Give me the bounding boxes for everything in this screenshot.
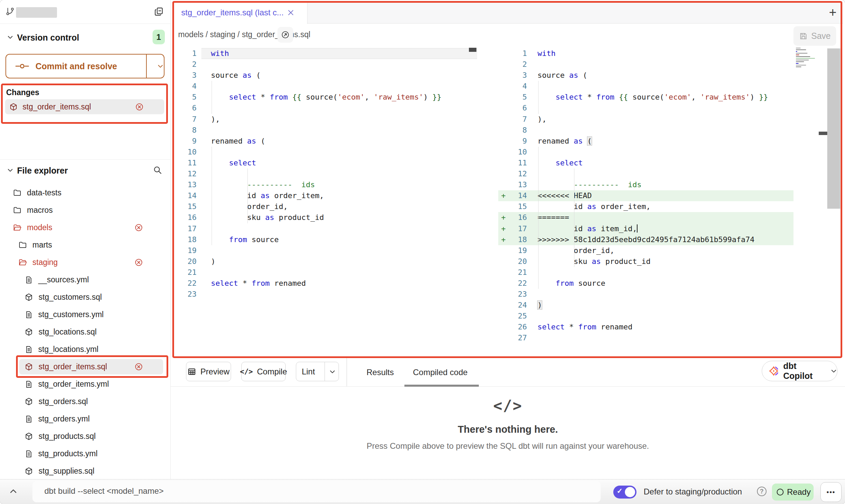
- file-row-stg-supplies-sql[interactable]: stg_supplies.sql: [0, 462, 171, 480]
- code-line-14[interactable]: 14 id as order_item,: [174, 190, 477, 201]
- file-row-stg-order-items-sql[interactable]: stg_order_items.sql: [0, 358, 171, 375]
- file-row-marts[interactable]: marts: [0, 236, 171, 254]
- commit-dropdown-caret[interactable]: [151, 55, 170, 78]
- code-line-16[interactable]: +16=======: [498, 212, 793, 223]
- code-line-16[interactable]: 16 sku as product_id: [174, 212, 477, 223]
- code-line-10[interactable]: 10: [174, 147, 477, 158]
- new-tab-button[interactable]: +: [825, 5, 840, 20]
- code-line-25[interactable]: 25: [498, 311, 793, 322]
- code-line-15[interactable]: 15 order_id,: [174, 201, 477, 212]
- code-line-9[interactable]: 9renamed as (: [174, 136, 477, 147]
- code-line-17[interactable]: +17 id as item_id,: [498, 223, 793, 234]
- tab-results[interactable]: Results: [367, 358, 394, 387]
- file-row-stg-products-yml[interactable]: stg_products.yml: [0, 445, 171, 462]
- code-line-14[interactable]: +14<<<<<<< HEAD: [498, 190, 793, 201]
- code-line-12[interactable]: 12: [498, 168, 793, 179]
- code-line-7[interactable]: 7),: [174, 114, 477, 125]
- status-badge[interactable]: Ready: [772, 484, 814, 501]
- code-line-8[interactable]: 8: [498, 125, 793, 136]
- left-scrollbar-thumb[interactable]: [469, 48, 476, 52]
- code-line-6[interactable]: 6: [498, 103, 793, 114]
- code-line-19[interactable]: 19 order_id,: [498, 245, 793, 256]
- code-line-21[interactable]: 21: [174, 267, 477, 278]
- code-line-9[interactable]: 9renamed as (: [498, 136, 793, 147]
- file-row-stg-locations-yml[interactable]: stg_locations.yml: [0, 341, 171, 358]
- file-row-stg-order-items-yml[interactable]: stg_order_items.yml: [0, 375, 171, 393]
- code-line-12[interactable]: 12: [174, 168, 477, 179]
- code-line-2[interactable]: 2: [498, 59, 793, 70]
- discard-changes-icon[interactable]: [134, 223, 143, 232]
- chevron-down-icon[interactable]: [7, 34, 14, 41]
- code-line-22[interactable]: 22select * from renamed: [174, 278, 477, 289]
- copy-icon[interactable]: [154, 6, 164, 17]
- code-line-1[interactable]: 1with: [174, 48, 477, 59]
- code-line-3[interactable]: 3source as (: [498, 70, 793, 81]
- revert-change-icon[interactable]: [135, 103, 144, 111]
- compile-button[interactable]: </> Compile: [241, 362, 286, 381]
- code-line-23[interactable]: 23: [174, 289, 477, 300]
- code-line-11[interactable]: 11 select: [174, 158, 477, 168]
- code-line-2[interactable]: 2: [174, 59, 477, 70]
- file-row-stg-customers-sql[interactable]: stg_customers.sql: [0, 288, 171, 306]
- code-line-1[interactable]: 1with: [498, 48, 793, 59]
- code-line-5[interactable]: 5 select * from {{ source('ecom', 'raw_i…: [498, 92, 793, 103]
- code-line-21[interactable]: 21: [498, 267, 793, 278]
- editor-pane-modified[interactable]: 1with23source as (45 select * from {{ so…: [498, 48, 793, 344]
- code-line-17[interactable]: 17: [174, 223, 477, 234]
- file-row-staging[interactable]: staging: [0, 254, 171, 271]
- code-line-10[interactable]: 10: [498, 147, 793, 158]
- code-line-23[interactable]: 23: [498, 289, 793, 300]
- minimap[interactable]: [796, 48, 820, 68]
- code-line-4[interactable]: 4: [498, 81, 793, 92]
- file-row-models[interactable]: models: [0, 219, 171, 236]
- file-row--sources-yml[interactable]: __sources.yml: [0, 271, 171, 288]
- right-scrollbar-thumb[interactable]: [819, 132, 827, 135]
- file-row-macros[interactable]: macros: [0, 202, 171, 219]
- chevron-down-icon[interactable]: [7, 167, 14, 174]
- code-line-18[interactable]: +18>>>>>>> 58c1dd23d5eebd9cd2495fa7124ab…: [498, 234, 793, 245]
- code-line-22[interactable]: 22 from source: [498, 278, 793, 289]
- code-line-13[interactable]: 13 ---------- ids: [174, 179, 477, 190]
- code-line-20[interactable]: 20): [174, 256, 477, 267]
- save-button[interactable]: Save: [793, 26, 836, 46]
- code-line-5[interactable]: 5 select * from {{ source('ecom', 'raw_i…: [174, 92, 477, 103]
- file-explorer-header[interactable]: File explorer: [17, 166, 68, 176]
- chevron-up-icon[interactable]: [9, 487, 18, 496]
- branch-name-placeholder[interactable]: [16, 7, 57, 18]
- code-line-13[interactable]: 13 ---------- ids: [498, 179, 793, 190]
- code-line-4[interactable]: 4: [174, 81, 477, 92]
- changed-file-row[interactable]: stg_order_items.sql: [5, 99, 164, 114]
- help-icon[interactable]: ?: [757, 487, 767, 496]
- code-line-24[interactable]: 24): [498, 300, 793, 311]
- code-line-6[interactable]: 6: [174, 103, 477, 114]
- lint-button[interactable]: Lint: [296, 362, 339, 381]
- tab-stg-order-items[interactable]: stg_order_items.sql (last c...: [174, 1, 307, 24]
- file-row-stg-customers-yml[interactable]: stg_customers.yml: [0, 306, 171, 323]
- lint-dropdown-caret[interactable]: [325, 362, 340, 381]
- right-scrollbar-track[interactable]: [827, 48, 840, 209]
- code-line-11[interactable]: 11 select: [498, 158, 793, 168]
- discard-changes-icon[interactable]: [134, 362, 143, 371]
- code-line-18[interactable]: 18 from source: [174, 234, 477, 245]
- file-row-stg-orders-sql[interactable]: stg_orders.sql: [0, 393, 171, 410]
- commit-and-resolve-button[interactable]: Commit and resolve: [5, 54, 164, 78]
- code-line-8[interactable]: 8: [174, 125, 477, 136]
- close-icon[interactable]: [287, 9, 295, 16]
- file-row-stg-products-sql[interactable]: stg_products.sql: [0, 428, 171, 445]
- file-row-stg-locations-sql[interactable]: stg_locations.sql: [0, 323, 171, 341]
- code-line-7[interactable]: 7),: [498, 114, 793, 125]
- editor-pane-original[interactable]: 1with23source as (45 select * from {{ so…: [174, 48, 477, 300]
- discard-changes-icon[interactable]: [134, 258, 143, 267]
- code-line-15[interactable]: 15 id as order_item,: [498, 201, 793, 212]
- lineage-button[interactable]: [277, 27, 293, 43]
- code-line-27[interactable]: 27: [498, 332, 793, 343]
- tab-compiled-code[interactable]: Compiled code: [413, 358, 468, 387]
- code-line-19[interactable]: 19: [174, 245, 477, 256]
- file-row-data-tests[interactable]: data-tests: [0, 184, 171, 202]
- defer-toggle[interactable]: ✓: [613, 486, 636, 499]
- file-row-stg-orders-yml[interactable]: stg_orders.yml: [0, 410, 171, 428]
- code-line-20[interactable]: 20 sku as product_id: [498, 256, 793, 267]
- search-icon[interactable]: [153, 165, 162, 175]
- version-control-header[interactable]: Version control: [17, 33, 79, 43]
- code-line-3[interactable]: 3source as (: [174, 70, 477, 81]
